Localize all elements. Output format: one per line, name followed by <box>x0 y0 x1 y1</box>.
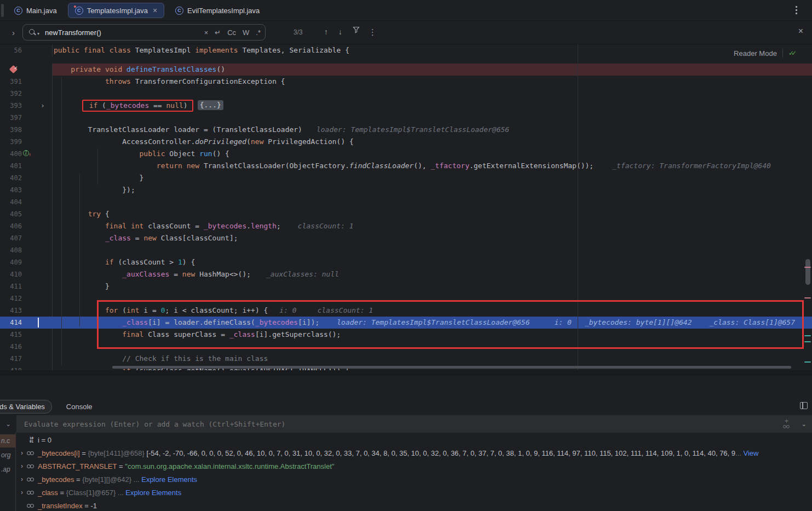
explore-link[interactable]: View <box>744 449 759 457</box>
code-line[interactable]: 413 for (int i = 0; i < classCount; i++)… <box>0 305 812 317</box>
close-tab-icon[interactable]: × <box>153 7 157 14</box>
frame-fragment[interactable]: n.c <box>0 434 16 447</box>
code-editor[interactable]: 56public final class TemplatesImpl imple… <box>0 44 812 370</box>
code-text[interactable] <box>53 112 812 124</box>
code-line[interactable]: 393› if (_bytecodes == null){...} <box>0 100 812 112</box>
expand-chevron-icon[interactable]: › <box>18 462 26 470</box>
line-number[interactable]: 404 <box>0 196 22 208</box>
gutter[interactable]: 414 <box>0 317 53 329</box>
code-line[interactable]: 408 <box>0 244 812 256</box>
line-number[interactable]: 418 <box>0 365 22 370</box>
folded-region[interactable]: {...} <box>198 100 223 110</box>
gutter[interactable]: ✓ <box>0 64 53 76</box>
search-history-caret-icon[interactable]: ▾ <box>37 31 39 36</box>
gutter[interactable]: 412 <box>0 292 53 305</box>
code-text[interactable]: AccessController.doPrivileged(new Privil… <box>53 136 812 148</box>
line-number[interactable]: 402 <box>0 172 22 184</box>
code-text[interactable] <box>53 196 812 208</box>
code-text[interactable]: if (classCount > 1) { <box>53 256 812 268</box>
tab-threads-and-variables[interactable]: ds & Variables <box>0 400 52 414</box>
code-text[interactable]: final Class superClass = _class[i].getSu… <box>53 329 812 341</box>
fold-chevron-icon[interactable]: › <box>41 100 45 112</box>
line-number[interactable]: 400 <box>0 148 22 160</box>
code-text[interactable]: throws TransformerConfigurationException… <box>53 76 812 88</box>
code-line[interactable]: 392 <box>0 88 812 100</box>
code-line[interactable]: ✓ private void defineTransletClasses() <box>0 64 812 76</box>
code-line[interactable]: 407 _class = new Class[classCount]; <box>0 232 812 244</box>
gutter[interactable]: 56 <box>0 44 53 56</box>
explore-link[interactable]: Explore Elements <box>141 475 197 484</box>
line-number[interactable]: 393 <box>0 100 22 112</box>
code-text[interactable]: for (int i = 0; i < classCount; i++) {i:… <box>53 305 812 317</box>
code-line[interactable]: 402 } <box>0 172 812 184</box>
tab-console[interactable]: Console <box>60 400 99 413</box>
code-line[interactable]: 409 if (classCount > 1) { <box>0 256 812 268</box>
line-number[interactable]: 405 <box>0 208 22 220</box>
line-number[interactable]: 407 <box>0 232 22 244</box>
gutter[interactable]: 392 <box>0 88 53 100</box>
evaluate-expression-input[interactable] <box>24 420 782 428</box>
code-line[interactable]: 56public final class TemplatesImpl imple… <box>0 44 812 56</box>
code-line[interactable]: 401 return new TransletClassLoader(Objec… <box>0 160 812 172</box>
match-case-toggle[interactable]: Cc <box>227 28 236 37</box>
newline-icon[interactable]: ↵ <box>215 28 221 37</box>
gutter[interactable]: 410 <box>0 268 53 280</box>
line-number[interactable]: 415 <box>0 329 22 341</box>
line-number[interactable]: 417 <box>0 353 22 365</box>
gutter[interactable]: 405 <box>0 208 53 220</box>
variable-row[interactable]: ›_class = {Class[1]@657} ... Explore Ele… <box>16 486 812 499</box>
line-number[interactable]: 403 <box>0 184 22 196</box>
code-text[interactable]: // Check if this is the main class <box>53 353 812 365</box>
code-text[interactable]: private void defineTransletClasses() <box>53 64 812 76</box>
frame-fragment[interactable]: org <box>0 449 16 462</box>
line-number[interactable]: 412 <box>0 292 22 305</box>
gutter[interactable]: 402 <box>0 172 53 184</box>
line-number[interactable]: 411 <box>0 280 22 292</box>
code-text[interactable] <box>53 292 812 305</box>
tab-options-kebab-icon[interactable] <box>796 6 798 14</box>
history-chevron-down-icon[interactable]: ⌄ <box>802 421 807 428</box>
gutter[interactable]: 403 <box>0 184 53 196</box>
code-line[interactable]: 403 }); <box>0 184 812 196</box>
close-search-icon[interactable]: × <box>798 26 803 36</box>
line-number[interactable]: 397 <box>0 112 22 124</box>
gutter[interactable]: 398 <box>0 124 53 136</box>
variable-row[interactable]: 1001i = 0 <box>16 433 812 446</box>
gutter[interactable]: 411 <box>0 280 53 292</box>
horizontal-scrollbar[interactable] <box>112 366 791 369</box>
code-line[interactable]: 404 <box>0 196 812 208</box>
gutter[interactable]: 393› <box>0 100 53 112</box>
gutter[interactable]: 416 <box>0 341 53 353</box>
code-text[interactable] <box>53 88 812 100</box>
gutter[interactable]: 400I↑ <box>0 148 53 160</box>
code-text[interactable]: } <box>53 172 812 184</box>
evaluate-bar[interactable]: ⌄ <box>16 415 812 433</box>
frame-fragment[interactable]: .ap <box>0 463 16 476</box>
editor-tab[interactable]: CTemplatesImpl.java× <box>68 3 164 18</box>
variable-row[interactable]: ›_bytecodes = {byte[1][]@642} ... Explor… <box>16 473 812 486</box>
code-text[interactable]: _class[i] = loader.defineClass(_bytecode… <box>53 317 812 329</box>
code-line[interactable]: 411 } <box>0 280 812 292</box>
line-number[interactable]: 401 <box>0 160 22 172</box>
code-text[interactable]: return new TransletClassLoader(ObjectFac… <box>53 160 812 172</box>
line-number[interactable]: 398 <box>0 124 22 136</box>
line-number[interactable]: 413 <box>0 305 22 317</box>
editor-tab[interactable]: CMain.java <box>8 3 64 18</box>
line-number[interactable]: 408 <box>0 244 22 256</box>
explore-link[interactable]: Explore Elements <box>125 489 181 497</box>
search-options-kebab-icon[interactable]: ⋮ <box>368 27 377 37</box>
line-number[interactable]: 416 <box>0 341 22 353</box>
gutter[interactable]: 401 <box>0 160 53 172</box>
code-text[interactable]: TransletClassLoader loader = (TransletCl… <box>53 124 812 136</box>
code-line[interactable]: 397 <box>0 112 812 124</box>
search-input[interactable] <box>45 28 198 37</box>
add-watch-icon[interactable] <box>782 420 792 428</box>
code-line[interactable]: 410 _auxClasses = new HashMap<>();_auxCl… <box>0 268 812 280</box>
gutter[interactable]: 407 <box>0 232 53 244</box>
reader-mode-widget[interactable]: Reader Mode ✓✓ <box>734 49 797 58</box>
variable-row[interactable]: ›ABSTRACT_TRANSLET = "com.sun.org.apache… <box>16 460 812 473</box>
words-toggle[interactable]: W <box>243 28 249 37</box>
gutter[interactable]: 397 <box>0 112 53 124</box>
gutter[interactable]: 391 <box>0 76 53 88</box>
code-text[interactable]: if (_bytecodes == null){...} <box>53 100 812 112</box>
